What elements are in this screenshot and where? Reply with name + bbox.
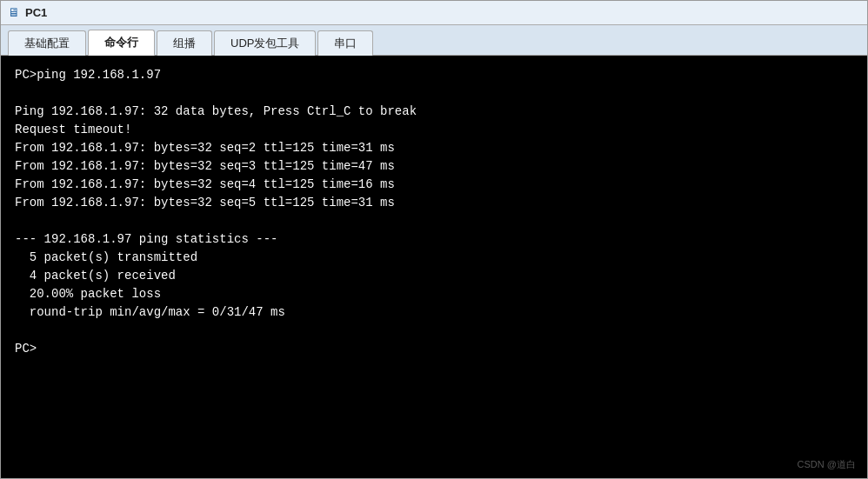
terminal-line-14: [15, 322, 853, 340]
terminal-line-1: [15, 84, 853, 103]
terminal-line-0: PC>ping 192.168.1.97: [15, 66, 853, 84]
main-window: 🖥 PC1 基础配置 命令行 组播 UDP发包工具 串口 PC>ping 192…: [0, 0, 868, 479]
watermark: CSDN @道白: [794, 457, 859, 472]
terminal-line-12: 20.00% packet loss: [15, 285, 853, 303]
terminal-line-8: [15, 212, 853, 230]
tab-multicast[interactable]: 组播: [157, 30, 212, 56]
tab-udp-tool[interactable]: UDP发包工具: [214, 30, 316, 56]
terminal-area[interactable]: PC>ping 192.168.1.97 Ping 192.168.1.97: …: [1, 56, 867, 478]
terminal-line-7: From 192.168.1.97: bytes=32 seq=5 ttl=12…: [15, 194, 853, 212]
tab-serial[interactable]: 串口: [317, 30, 373, 56]
terminal-line-5: From 192.168.1.97: bytes=32 seq=3 ttl=12…: [15, 157, 853, 176]
tab-basic-config[interactable]: 基础配置: [8, 30, 86, 56]
terminal-line-10: 5 packet(s) transmitted: [15, 249, 853, 267]
terminal-line-2: Ping 192.168.1.97: 32 data bytes, Press …: [15, 103, 853, 121]
tab-command-line[interactable]: 命令行: [88, 30, 155, 56]
tab-bar: 基础配置 命令行 组播 UDP发包工具 串口: [1, 25, 867, 56]
title-bar: 🖥 PC1: [1, 1, 867, 25]
terminal-line-13: round-trip min/avg/max = 0/31/47 ms: [15, 303, 853, 322]
window-icon: 🖥: [8, 6, 20, 20]
terminal-line-15: PC>: [15, 340, 853, 358]
terminal-line-6: From 192.168.1.97: bytes=32 seq=4 ttl=12…: [15, 176, 853, 194]
window-title: PC1: [25, 6, 47, 19]
terminal-line-4: From 192.168.1.97: bytes=32 seq=2 ttl=12…: [15, 139, 853, 157]
terminal-line-3: Request timeout!: [15, 121, 853, 139]
terminal-output: PC>ping 192.168.1.97 Ping 192.168.1.97: …: [15, 66, 853, 358]
terminal-line-11: 4 packet(s) received: [15, 267, 853, 285]
terminal-line-9: --- 192.168.1.97 ping statistics ---: [15, 230, 853, 249]
